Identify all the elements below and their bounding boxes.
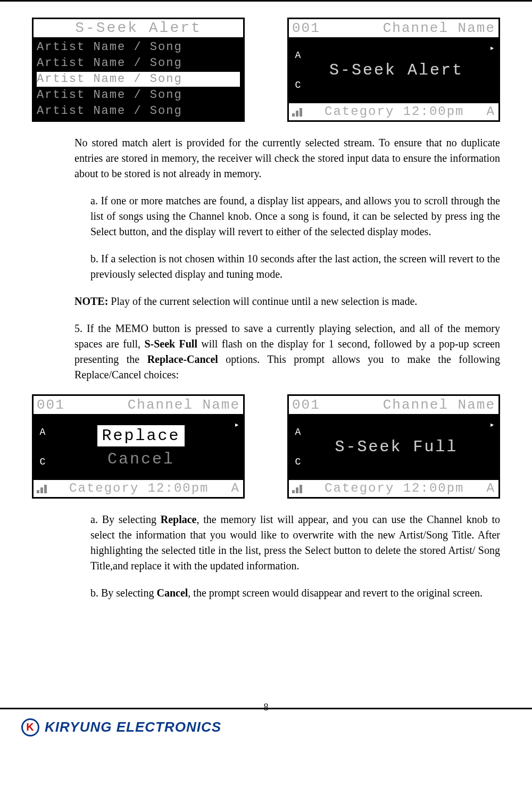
bold-text: Replace: [161, 514, 197, 525]
logo-mark-icon: K: [21, 718, 39, 736]
text: b. By selecting: [90, 587, 156, 599]
page-footer: 8 K KIRYUNG ELECTRONICS: [0, 708, 532, 745]
text: , the prompt screen would disappear and …: [188, 587, 483, 599]
list-item: Artist Name / Song: [37, 56, 240, 71]
side-label: A: [40, 427, 46, 437]
channel-name: Channel Name: [383, 396, 495, 414]
lcd-center: Replace Cancel: [52, 415, 230, 479]
channel-number: 001: [292, 396, 320, 414]
lcd-row-top: S-Seek Alert Artist Name / Song Artist N…: [32, 18, 500, 122]
side-label: A: [295, 50, 301, 61]
lcd-seek-alert: 001 Channel Name A C S-Seek Alert ▸ Cate…: [287, 18, 500, 122]
brand-suffix: ELECTRONICS: [112, 719, 221, 735]
full-text: S-Seek Full: [331, 437, 461, 457]
lcd-center: S-Seek Full: [307, 415, 486, 479]
lcd-body: A C S-Seek Full ▸: [289, 415, 498, 479]
status-text: Category 12:00pm: [69, 480, 209, 497]
channel-number: 001: [37, 396, 65, 414]
option-replace: Replace: [97, 425, 184, 446]
lcd-status-bar: Category 12:00pm A: [289, 102, 498, 120]
lcd-header: 001 Channel Name: [34, 396, 243, 415]
list-item-selected: Artist Name / Song: [37, 72, 240, 87]
lcd-status-bar: Category 12:00pm A: [34, 479, 243, 497]
lcd-seek-full: 001 Channel Name A C S-Seek Full ▸ Categ…: [287, 394, 500, 499]
lcd-row-bottom: 001 Channel Name A C Replace Cancel ▸ Ca…: [32, 394, 500, 499]
status-text: Category 12:00pm: [325, 103, 464, 120]
list-item: Artist Name / Song: [37, 40, 240, 55]
side-label: C: [40, 457, 46, 467]
list-item: Artist Name / Song: [37, 104, 240, 119]
lcd-right: ▸: [230, 415, 243, 479]
list-item: Artist Name / Song: [37, 88, 240, 103]
note-text: Play of the current selection will conti…: [108, 295, 417, 307]
side-label: A: [295, 427, 301, 437]
page-number: 8: [264, 702, 269, 713]
signal-icon: [292, 484, 302, 493]
brand-name: KIRYUNG: [45, 719, 112, 735]
arrow-icon: ▸: [489, 43, 495, 53]
paragraph-5: 5. If the MEMO button is pressed to save…: [74, 321, 500, 383]
note-label: NOTE:: [74, 295, 108, 307]
lcd-list-title: S-Seek Alert: [34, 19, 243, 38]
brand-logo: K KIRYUNG ELECTRONICS: [21, 718, 221, 736]
bold-text: Replace-Cancel: [147, 353, 218, 365]
lcd-list-body: Artist Name / Song Artist Name / Song Ar…: [34, 38, 243, 120]
paragraph-sub-a2: a. By selecting Replace, the memory list…: [90, 512, 500, 574]
page: S-Seek Alert Artist Name / Song Artist N…: [0, 0, 532, 745]
lcd-status-bar: Category 12:00pm A: [289, 479, 498, 497]
option-cancel: Cancel: [104, 450, 178, 469]
lcd-body: A C Replace Cancel ▸: [34, 415, 243, 479]
status-right: A: [487, 103, 495, 120]
lcd-header: 001 Channel Name: [289, 19, 498, 38]
channel-name: Channel Name: [128, 396, 240, 414]
signal-icon: [37, 484, 47, 493]
paragraph: No stored match alert is provided for th…: [74, 135, 500, 181]
signal-icon: [292, 107, 302, 117]
text: a. By selecting: [90, 514, 161, 525]
lcd-header: 001 Channel Name: [289, 396, 498, 415]
arrow-icon: ▸: [234, 419, 239, 430]
lcd-center: S-Seek Alert: [307, 38, 486, 102]
channel-name: Channel Name: [383, 19, 495, 37]
paragraph-sub-b: b. If a selection is not chosen within 1…: [90, 251, 500, 282]
lcd-side-labels: A C: [34, 415, 52, 479]
side-label: C: [295, 80, 301, 90]
lcd-replace-cancel: 001 Channel Name A C Replace Cancel ▸ Ca…: [32, 394, 245, 499]
bold-text: Cancel: [156, 587, 188, 599]
channel-number: 001: [292, 19, 320, 37]
arrow-icon: ▸: [489, 419, 495, 430]
paragraph-sub-b2: b. By selecting Cancel, the prompt scree…: [90, 585, 500, 601]
paragraph-sub-a: a. If one or more matches are found, a d…: [90, 193, 500, 239]
lcd-seek-list: S-Seek Alert Artist Name / Song Artist N…: [32, 18, 245, 122]
alert-text: S-Seek Alert: [326, 61, 467, 80]
lcd-body: A C S-Seek Alert ▸: [289, 38, 498, 102]
lcd-side-labels: A C: [289, 38, 307, 102]
side-label: C: [295, 457, 301, 467]
status-right: A: [231, 480, 240, 497]
lcd-right: ▸: [486, 38, 498, 102]
lcd-right: ▸: [486, 415, 498, 479]
status-text: Category 12:00pm: [325, 480, 464, 497]
bold-text: S-Seek Full: [144, 338, 197, 350]
note-line: NOTE: Play of the current selection will…: [74, 294, 500, 309]
lcd-side-labels: A C: [289, 415, 307, 479]
status-right: A: [487, 480, 495, 497]
